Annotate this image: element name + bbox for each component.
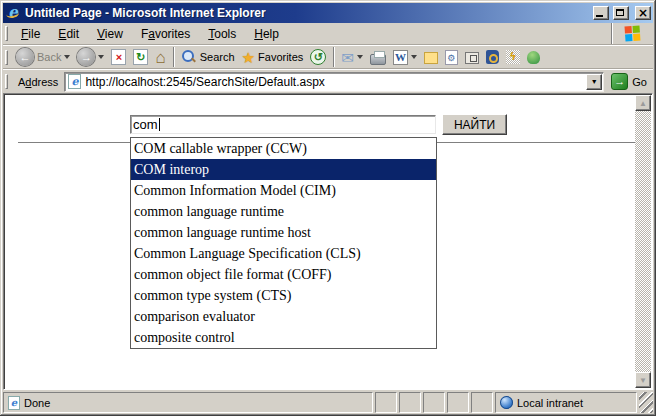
history-icon: ↺ xyxy=(310,49,326,65)
suggestion-item[interactable]: composite control xyxy=(131,327,436,348)
forward-button[interactable]: → xyxy=(74,46,107,68)
throbber-panel xyxy=(611,23,653,44)
address-dropdown-button[interactable]: ▼ xyxy=(586,74,602,90)
address-input[interactable]: e http://localhost:2545/SearchSite/Defau… xyxy=(64,72,604,92)
menu-bar: FileEditViewFavoritesToolsHelp xyxy=(3,23,653,45)
menu-item-favorites[interactable]: Favorites xyxy=(132,24,199,44)
media-panel-icon xyxy=(465,52,479,64)
debug-tool-button[interactable]: ϟ xyxy=(503,48,523,66)
suggestion-item[interactable]: common object file format (COFF) xyxy=(131,264,436,285)
menu-items: FileEditViewFavoritesToolsHelp xyxy=(12,24,288,44)
research-button[interactable] xyxy=(483,48,502,66)
suggestion-item[interactable]: COM interop xyxy=(131,159,436,180)
menu-item-help[interactable]: Help xyxy=(245,24,288,44)
search-icon xyxy=(181,49,197,65)
status-message-panel: e Done xyxy=(3,392,373,413)
windows-logo-icon xyxy=(624,25,640,41)
home-button[interactable]: ⌂ xyxy=(152,47,168,68)
minimize-button[interactable] xyxy=(593,6,609,20)
suggestion-item[interactable]: common language runtime host xyxy=(131,222,436,243)
go-button[interactable]: → Go xyxy=(608,73,650,90)
status-page-icon: e xyxy=(8,396,20,410)
suggestion-item[interactable]: common language runtime xyxy=(131,201,436,222)
status-panel xyxy=(399,392,421,413)
browser-window: e Untitled Page - Microsoft Internet Exp… xyxy=(0,0,656,416)
search-query-input[interactable]: com xyxy=(130,115,436,134)
security-zone-panel: Local intranet xyxy=(495,392,637,413)
print-button[interactable] xyxy=(367,48,389,67)
toolbar-separator xyxy=(173,47,174,67)
edit-page-button[interactable]: ⚙ xyxy=(442,48,461,67)
discuss-note-icon xyxy=(424,52,438,64)
maximize-icon xyxy=(616,9,624,16)
address-url: http://localhost:2545/SearchSite/Default… xyxy=(85,75,582,89)
toolbar-grip-handle[interactable] xyxy=(5,50,8,65)
address-label: Address xyxy=(16,76,60,88)
status-panel xyxy=(423,392,445,413)
find-button[interactable]: НАЙТИ xyxy=(442,114,507,135)
scroll-down-button[interactable]: ▼ xyxy=(635,372,651,388)
stop-button[interactable]: × xyxy=(108,47,129,67)
suggestion-item[interactable]: comparison evaluator xyxy=(131,306,436,327)
home-icon: ⌂ xyxy=(155,49,165,66)
suggestion-item[interactable]: Common Information Model (CIM) xyxy=(131,180,436,201)
forward-dropdown-icon xyxy=(98,55,104,59)
scroll-up-button[interactable]: ▲ xyxy=(635,95,651,111)
address-grip-handle[interactable] xyxy=(5,74,8,89)
history-button[interactable]: ↺ xyxy=(307,47,329,67)
favorites-label: Favorites xyxy=(258,51,303,63)
ie-logo-icon: e xyxy=(5,5,21,21)
refresh-button[interactable]: ↻ xyxy=(130,47,151,67)
print-icon xyxy=(370,54,386,65)
page-gear-icon: ⚙ xyxy=(445,50,458,65)
refresh-icon: ↻ xyxy=(133,49,148,65)
menu-item-file[interactable]: File xyxy=(12,24,49,44)
menu-item-view[interactable]: View xyxy=(88,24,132,44)
word-icon: W xyxy=(393,50,408,65)
toolbar-separator xyxy=(333,47,334,67)
back-button[interactable]: ← Back xyxy=(13,46,73,68)
page-content: com НАЙТИ COM callable wrapper (CCW)COM … xyxy=(3,93,653,390)
suggestion-item[interactable]: Common Language Specification (CLS) xyxy=(131,243,436,264)
close-icon: × xyxy=(636,6,650,20)
edit-dropdown-icon xyxy=(411,55,417,59)
edit-with-word-button[interactable]: W xyxy=(390,48,420,67)
search-button[interactable]: Search xyxy=(178,47,238,67)
research-book-icon xyxy=(486,50,499,64)
status-message: Done xyxy=(24,397,50,409)
menu-item-edit[interactable]: Edit xyxy=(49,24,88,44)
status-bar: e Done Local intranet xyxy=(3,392,653,413)
address-bar: Address e http://localhost:2545/SearchSi… xyxy=(3,69,653,93)
mail-dropdown-icon xyxy=(357,55,363,59)
page-icon: e xyxy=(68,74,81,89)
media-button[interactable] xyxy=(462,48,482,66)
grid-lightning-icon: ϟ xyxy=(506,50,520,64)
minimize-icon xyxy=(596,15,603,17)
intranet-globe-icon xyxy=(500,396,513,409)
mail-icon: ✉ xyxy=(341,50,354,65)
forward-icon: → xyxy=(77,48,95,66)
messenger-icon xyxy=(527,51,540,64)
standard-toolbar: ← Back → × ↻ ⌂ Search ★ Favorites ↺ xyxy=(3,45,653,69)
discuss-button[interactable] xyxy=(421,48,441,66)
close-button[interactable]: × xyxy=(635,6,651,20)
suggestion-item[interactable]: common type system (CTS) xyxy=(131,285,436,306)
search-query-value: com xyxy=(133,117,158,132)
go-arrow-icon: → xyxy=(611,73,628,90)
menu-item-tools[interactable]: Tools xyxy=(199,24,245,44)
favorites-button[interactable]: ★ Favorites xyxy=(239,48,307,67)
back-icon: ← xyxy=(16,48,34,66)
messenger-button[interactable] xyxy=(524,49,543,66)
mail-button[interactable]: ✉ xyxy=(338,48,366,67)
maximize-button[interactable] xyxy=(613,6,629,20)
resize-grip[interactable] xyxy=(639,392,653,413)
suggestion-item[interactable]: COM callable wrapper (CCW) xyxy=(131,138,436,159)
menu-grip-handle[interactable] xyxy=(5,26,8,41)
window-title: Untitled Page - Microsoft Internet Explo… xyxy=(25,6,589,20)
back-dropdown-icon xyxy=(64,55,70,59)
scrollbar-track[interactable] xyxy=(635,111,651,372)
vertical-scrollbar: ▲ ▼ xyxy=(635,95,651,388)
title-bar[interactable]: e Untitled Page - Microsoft Internet Exp… xyxy=(3,3,653,23)
status-small-panels xyxy=(375,392,493,413)
status-panel xyxy=(375,392,397,413)
